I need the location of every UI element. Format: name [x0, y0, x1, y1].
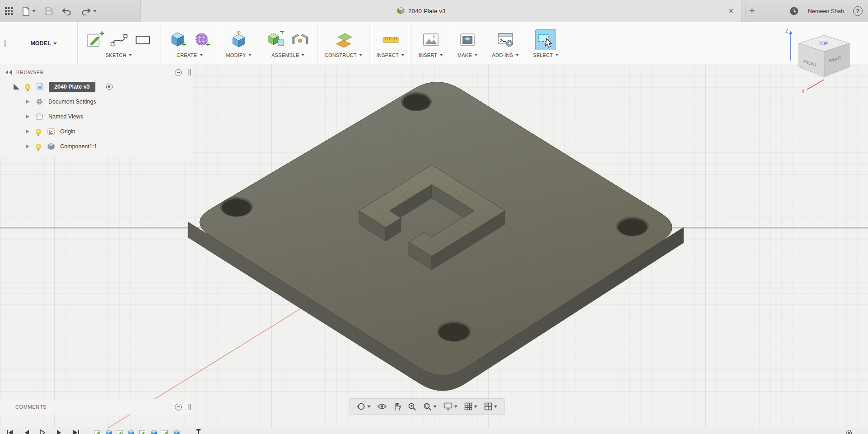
timeline-sketch-feature-icon[interactable]	[94, 429, 101, 434]
activity-clock-icon[interactable]	[789, 6, 799, 16]
visibility-bulb-icon[interactable]	[25, 84, 30, 90]
gear-icon	[36, 98, 43, 105]
comments-bar[interactable]: COMMENTS	[0, 399, 192, 415]
zoom-window-icon[interactable]	[423, 402, 437, 411]
inspect-measure-icon[interactable]	[380, 29, 401, 50]
tab-close-button[interactable]: ×	[725, 5, 737, 17]
undo-icon[interactable]	[62, 7, 72, 15]
grid-settings-icon[interactable]	[464, 402, 477, 410]
toolbar-group-make: MAKE	[450, 22, 485, 65]
plate-hole-top	[401, 92, 432, 111]
timeline-sketch-feature-icon[interactable]	[162, 429, 169, 434]
tree-row-document-settings[interactable]: Document Settings	[0, 94, 192, 109]
zoom-icon[interactable]	[408, 402, 416, 411]
display-settings-icon[interactable]	[443, 402, 458, 410]
tree-row-component1[interactable]: Component1:1	[0, 139, 192, 154]
toolbar-label-select[interactable]: SELECT	[533, 52, 559, 58]
browser-resize-handle[interactable]	[189, 69, 191, 75]
toolbar-label-addins[interactable]: ADD-INS	[492, 52, 519, 58]
look-at-icon[interactable]	[377, 403, 387, 410]
help-button[interactable]: ?	[853, 6, 863, 16]
timeline-skip-start-button[interactable]	[6, 429, 14, 434]
tree-item-label[interactable]: Origin	[60, 128, 75, 135]
toolbar-grip[interactable]	[0, 22, 10, 65]
expander-icon[interactable]	[26, 115, 29, 118]
activate-radio-icon[interactable]	[106, 84, 113, 90]
app-grid-icon[interactable]	[5, 7, 13, 15]
create-sketch-icon[interactable]	[85, 29, 105, 50]
toolbar-label-make[interactable]: MAKE	[458, 52, 478, 58]
create-form-icon[interactable]	[191, 29, 212, 50]
toolbar-label-modify[interactable]: MODIFY	[226, 52, 252, 58]
toolbar-label-create[interactable]: CREATE	[176, 52, 203, 58]
timeline-extrude-feature-icon[interactable]	[173, 429, 180, 434]
select-tool-icon[interactable]	[535, 29, 556, 50]
plate-hole-bottom	[437, 321, 471, 342]
browser-minimize-icon[interactable]	[175, 69, 182, 76]
expander-icon[interactable]	[26, 100, 29, 104]
pan-hand-icon[interactable]	[393, 402, 401, 411]
comments-resize-handle[interactable]	[189, 404, 191, 410]
toolbar-group-select: SELECT	[526, 22, 566, 65]
assemble-joint-icon[interactable]	[290, 29, 311, 50]
tree-item-label[interactable]: Document Settings	[48, 99, 96, 105]
toolbar-label-inspect[interactable]: INSPECT	[377, 52, 405, 58]
insert-canvas-icon[interactable]	[420, 29, 441, 50]
collapse-chevrons-icon[interactable]	[5, 70, 13, 75]
redo-icon[interactable]	[81, 7, 97, 15]
create-extrude-icon[interactable]	[167, 29, 188, 50]
construct-plane-icon[interactable]	[333, 29, 354, 50]
timeline-gear-icon[interactable]	[845, 429, 853, 434]
toolbar-label-construct[interactable]: CONSTRUCT	[325, 52, 363, 58]
visibility-bulb-icon[interactable]	[36, 144, 41, 149]
plate-hole-right	[616, 217, 649, 236]
expander-icon[interactable]	[26, 130, 29, 133]
visibility-bulb-icon[interactable]	[36, 129, 41, 134]
tree-row-named-views[interactable]: Named Views	[0, 109, 192, 124]
timeline-step-back-button[interactable]	[24, 429, 30, 434]
tree-item-label[interactable]: Component1:1	[60, 143, 97, 150]
root-node-label[interactable]: 2040 Plate v3	[49, 82, 95, 92]
workspace-selector[interactable]: MODEL	[10, 22, 78, 65]
timeline-step-forward-button[interactable]	[56, 429, 62, 434]
tree-item-label[interactable]: Named Views	[48, 113, 83, 120]
browser-panel: BROWSER 2040 Plate v3 Document Settings	[0, 66, 192, 157]
tree-row-root[interactable]: 2040 Plate v3	[0, 79, 192, 94]
save-icon[interactable]	[45, 7, 53, 15]
comments-minimize-icon[interactable]	[175, 404, 182, 410]
component-cube-icon	[47, 143, 55, 150]
timeline-sketch-feature-icon[interactable]	[139, 429, 146, 434]
viewcube[interactable]: Z TOP FRONT RIGHT X	[777, 24, 856, 99]
timeline-skip-end-button[interactable]	[72, 429, 80, 434]
tree-row-origin[interactable]: Origin	[0, 124, 192, 139]
active-component-marker-icon	[14, 84, 19, 90]
timeline-extrude-feature-icon[interactable]	[105, 429, 112, 434]
sketch-rectangle-icon[interactable]	[132, 29, 153, 50]
toolbar-label-sketch[interactable]: SKETCH	[106, 52, 132, 58]
file-menu-icon[interactable]	[22, 7, 36, 16]
timeline-sketch-feature-icon[interactable]	[117, 429, 123, 434]
timeline-extrude-feature-icon[interactable]	[151, 429, 157, 434]
toolbar-label-insert[interactable]: INSERT	[419, 52, 443, 58]
toolbar-group-assemble: ASSEMBLE	[259, 22, 318, 65]
new-tab-button[interactable]: +	[745, 4, 759, 18]
sketch-spline-icon[interactable]	[108, 29, 129, 50]
browser-header[interactable]: BROWSER	[0, 66, 192, 79]
assemble-new-component-icon[interactable]	[266, 29, 287, 50]
toolbar-group-create: CREATE	[160, 22, 219, 65]
timeline-playhead-marker[interactable]	[198, 429, 199, 434]
viewport-canvas[interactable]: BROWSER 2040 Plate v3 Document Settings	[0, 66, 868, 428]
user-name[interactable]: Nemeen Shah	[808, 8, 844, 14]
toolbar-label-assemble[interactable]: ASSEMBLE	[272, 52, 305, 58]
toolbar-group-modify: MODIFY	[219, 22, 259, 65]
orbit-icon[interactable]	[357, 402, 371, 411]
viewports-icon[interactable]	[484, 402, 497, 410]
expander-icon[interactable]	[26, 145, 29, 148]
make-3d-print-icon[interactable]	[457, 29, 478, 50]
modify-presspull-icon[interactable]	[228, 29, 249, 50]
timeline-extrude-feature-icon[interactable]	[128, 429, 135, 434]
addins-scripts-icon[interactable]	[495, 29, 516, 50]
document-title-text: 2040 Plate v3	[408, 8, 446, 14]
plate-hole-left	[220, 197, 253, 217]
timeline-play-button[interactable]	[40, 429, 46, 434]
